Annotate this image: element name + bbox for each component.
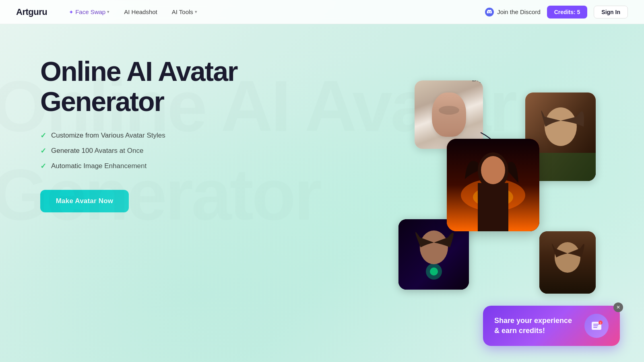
svg-rect-16 <box>593 324 600 325</box>
main-photo-content <box>447 139 539 231</box>
svg-point-5 <box>481 156 505 184</box>
features-list: ✓ Customize from Various Avatar Styles ✓… <box>40 131 330 171</box>
svg-text:!: ! <box>600 322 601 325</box>
credits-button[interactable]: Credits: 5 <box>547 6 588 19</box>
close-notification-button[interactable]: ✕ <box>613 302 623 312</box>
chevron-down-icon-tools: ▾ <box>195 9 197 14</box>
check-icon-3: ✓ <box>40 162 46 171</box>
image-collage: Before <box>398 80 600 298</box>
hero-title: Online AI Avatar Generator <box>40 56 330 117</box>
feature-item-3: ✓ Automatic Image Enhancement <box>40 162 330 171</box>
nav-item-ai-tools[interactable]: AI Tools ▾ <box>166 6 203 18</box>
feature-item-1: ✓ Customize from Various Avatar Styles <box>40 131 330 140</box>
face-shape <box>432 93 466 137</box>
notification-bubble: Share your experience & earn credits! ! … <box>483 306 620 346</box>
signin-button[interactable]: Sign In <box>594 6 628 19</box>
svg-rect-18 <box>593 327 597 328</box>
nav-item-ai-headshot[interactable]: AI Headshot <box>118 6 163 18</box>
check-icon-1: ✓ <box>40 131 46 140</box>
svg-point-8 <box>545 107 577 146</box>
logo[interactable]: Artguru <box>16 7 47 17</box>
make-avatar-button[interactable]: Make Avatar Now <box>40 190 129 212</box>
svg-point-12 <box>420 230 448 264</box>
discord-button[interactable]: Join the Discord <box>485 8 541 16</box>
sparkle-icon: ✦ <box>69 9 74 15</box>
main-avatar-photo <box>447 139 539 231</box>
before-label: Before <box>472 80 483 83</box>
notification-icon: ! <box>584 314 609 338</box>
nav-items: ✦ Face Swap ▾ AI Headshot AI Tools ▾ <box>63 6 485 18</box>
svg-point-14 <box>555 242 580 273</box>
bottom-right-content <box>539 231 596 294</box>
left-section: Online AI Avatar Generator ✓ Customize f… <box>0 24 354 362</box>
notification-text: Share your experience & earn credits! <box>494 316 578 336</box>
feature-item-2: ✓ Generate 100 Avatars at Once <box>40 146 330 155</box>
svg-rect-17 <box>593 325 598 326</box>
svg-rect-4 <box>478 183 508 231</box>
bottom-right-photo <box>539 231 596 294</box>
nav-item-face-swap[interactable]: ✦ Face Swap ▾ <box>63 6 115 18</box>
navbar: Artguru ✦ Face Swap ▾ AI Headshot AI Too… <box>0 0 644 24</box>
svg-point-11 <box>430 267 438 276</box>
discord-icon <box>485 8 494 16</box>
chevron-down-icon: ▾ <box>107 9 109 14</box>
nav-right: Join the Discord Credits: 5 Sign In <box>485 6 628 19</box>
check-icon-2: ✓ <box>40 146 46 155</box>
